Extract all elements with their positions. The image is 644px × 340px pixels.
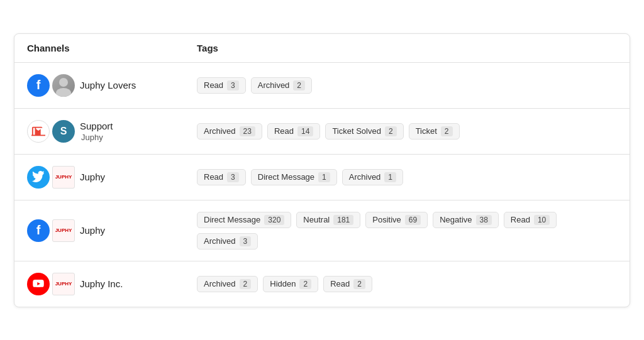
tag-count: 69 [405,215,421,225]
tag-count: 3 [227,172,239,182]
channel-cell: f Juphy Lovers [27,74,197,97]
tag-count: 1 [318,172,330,182]
tag: Positive 69 [365,212,428,228]
tag-label: Read [511,215,530,224]
tag-count: 2 [385,126,397,136]
channel-icons: JUPHY [27,273,75,295]
tag-label: Positive [372,215,401,224]
tag-label: Archived [204,236,236,246]
tag-count: 2 [293,80,305,90]
channels-table: Channels Tags f Juphy Lovers Read 3 Arch… [14,33,630,307]
table-row: JUPHY Juphy Read 3 Direct Message 1 Arch… [14,155,630,200]
tag-count: 3 [240,236,252,246]
tags-cell: Read 3 Archived 2 [197,77,617,94]
tag-label: Negative [440,215,472,224]
tag: Read 3 [197,77,246,94]
channel-name: Juphy [80,225,105,236]
channel-icons: f JUPHY [27,219,75,242]
tag-count: 2 [441,126,453,136]
tag: Direct Message 320 [197,212,291,228]
tag-label: Ticket [416,126,437,136]
channel-icons: f [27,74,75,97]
tag-label: Hidden [270,279,296,288]
tags-cell: Archived 23 Read 14 Ticket Solved 2 Tick… [197,123,617,140]
tag: Archived 2 [251,77,312,94]
tag-count: 3 [227,80,239,90]
tag: Read 14 [267,123,320,140]
channels-col-header: Channels [27,43,197,53]
tag-count: 2 [353,279,365,289]
channel-cell: f JUPHY Juphy [27,219,197,242]
channel-icons: JUPHY [27,166,75,189]
tag-count: 2 [299,279,311,289]
tag-label: Neutral [303,215,330,224]
table-row: S Support Juphy Archived 23 Read 14 Tick… [14,109,630,155]
tag-count: 320 [264,215,284,225]
table-row: JUPHY Juphy Inc. Archived 2 Hidden 2 Rea… [14,261,630,307]
tag-count: 1 [384,172,396,182]
channel-cell: JUPHY Juphy Inc. [27,273,197,295]
table-header: Channels Tags [14,34,630,63]
tag: Neutral 181 [296,212,360,228]
tags-col-header: Tags [197,43,617,53]
tag: Direct Message 1 [251,169,337,185]
svg-point-1 [56,88,71,97]
table-row: f JUPHY Juphy Direct Message 320 Neutral… [14,200,630,261]
tag: Archived 2 [197,276,258,292]
tag-label: Archived [204,279,236,288]
tag: Read 10 [504,212,557,228]
tag-count: 10 [534,215,550,225]
channel-name: Juphy Inc. [80,278,123,289]
tag: Ticket 2 [409,123,460,140]
tag-label: Archived [349,172,381,182]
tag-label: Read [204,80,223,90]
tags-cell: Archived 2 Hidden 2 Read 2 [197,276,617,292]
tag-label: Direct Message [258,172,314,182]
tag: Archived 3 [197,233,258,250]
tag-count: 23 [240,126,255,136]
tag-count: 14 [297,126,313,136]
tags-cell: Direct Message 320 Neutral 181 Positive … [197,212,617,250]
svg-point-0 [59,78,68,87]
tag-label: Ticket Solved [332,126,381,136]
tag-label: Archived [204,126,236,136]
tag-label: Read [274,126,294,136]
channel-info: Support Juphy [80,121,113,142]
tag-count: 181 [333,215,353,225]
tag: Hidden 2 [263,276,318,292]
channel-cell: JUPHY Juphy [27,166,197,189]
channel-name: Juphy [80,172,105,182]
tag: Archived 23 [197,123,262,140]
channel-icons: S [27,120,75,143]
tags-cell: Read 3 Direct Message 1 Archived 1 [197,169,617,185]
tag-count: 38 [476,215,492,225]
channel-name: Juphy Lovers [80,80,136,90]
channel-name: Support [80,121,113,131]
tag-label: Read [330,279,350,288]
table-body: f Juphy Lovers Read 3 Archived 2 S [14,63,630,307]
channel-sub: Juphy [80,133,113,142]
tag-label: Direct Message [204,215,260,224]
tag: Read 2 [323,276,372,292]
tag-count: 2 [240,279,252,289]
tag-label: Read [204,172,223,182]
tag: Negative 38 [433,212,499,228]
tag: Read 3 [197,169,246,185]
table-row: f Juphy Lovers Read 3 Archived 2 [14,63,630,109]
tag-label: Archived [258,80,290,90]
channel-cell: S Support Juphy [27,120,197,143]
tag: Archived 1 [342,169,403,185]
tag: Ticket Solved 2 [325,123,403,140]
